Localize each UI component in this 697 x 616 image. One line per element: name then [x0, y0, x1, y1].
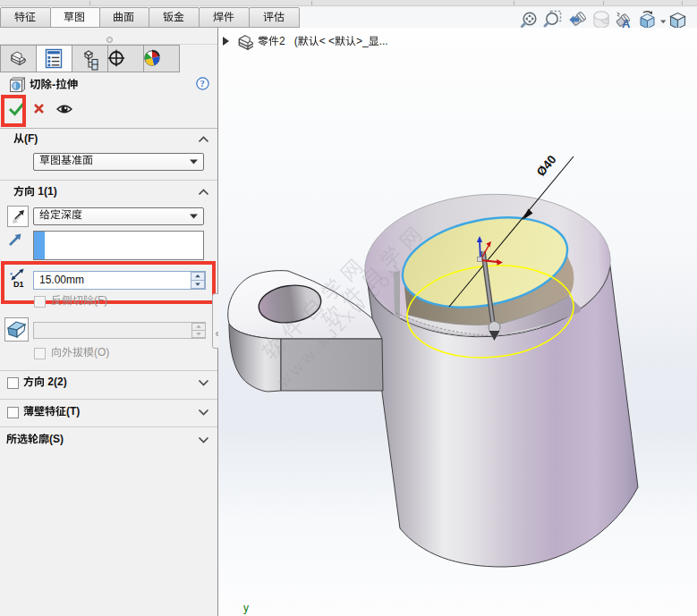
svg-text:>_: >_ — [356, 35, 369, 47]
svg-text:< <: < < — [319, 35, 335, 47]
svg-text:(O): (O) — [94, 346, 109, 359]
svg-text:(T): (T) — [66, 405, 80, 418]
svg-text:2 (: 2 ( — [279, 35, 298, 47]
svg-text:(S): (S) — [49, 433, 64, 445]
svg-text:-: - — [52, 79, 55, 91]
svg-text:1(1): 1(1) — [35, 185, 57, 198]
svg-text:?: ? — [200, 79, 205, 89]
svg-text:2(2): 2(2) — [45, 376, 67, 388]
svg-text:y: y — [243, 602, 249, 614]
svg-text:(F): (F) — [94, 294, 107, 307]
svg-text:(F): (F) — [24, 132, 38, 145]
svg-text:...: ... — [379, 35, 388, 47]
